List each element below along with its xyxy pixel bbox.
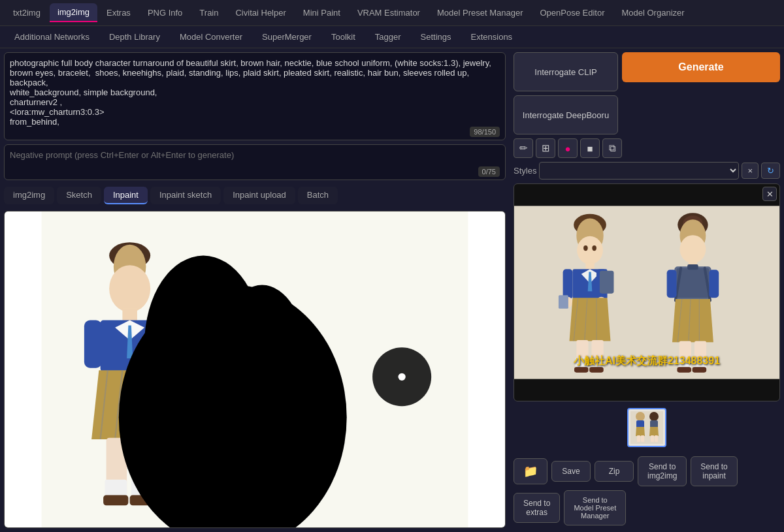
mode-tab-inpaint[interactable]: Inpaint [104, 187, 148, 204]
svg-rect-77 [637, 435, 640, 442]
send-img2img-btn[interactable]: Send to img2img [638, 456, 687, 486]
tab-txt2img[interactable]: txt2img [5, 4, 48, 22]
main-area: photographic full body character turnaro… [0, 48, 784, 532]
svg-marker-81 [649, 427, 659, 436]
svg-point-55 [680, 235, 706, 263]
positive-token-count: 98/150 [470, 127, 500, 137]
tab-civitai[interactable]: Civitai Helper [227, 4, 293, 22]
tab-png-info[interactable]: PNG Info [140, 4, 190, 22]
tab-settings[interactable]: Settings [412, 29, 461, 44]
svg-point-3 [109, 265, 150, 312]
interrogate-deepbooru-btn[interactable]: Interrogate DeepBooru [514, 95, 618, 134]
left-panel: photographic full body character turnaro… [0, 48, 510, 532]
top-button-row: Interrogate CLIP Interrogate DeepBooru G… [514, 52, 780, 134]
svg-rect-49 [589, 367, 604, 372]
mode-tab-inpaint-upload[interactable]: Inpaint upload [223, 187, 295, 204]
top-nav: txt2img img2img Extras PNG Info Train Ci… [0, 0, 784, 26]
svg-point-79 [649, 412, 659, 421]
tab-vram[interactable]: VRAM Estimator [350, 4, 428, 22]
output-image-area: ✕ [514, 183, 780, 401]
svg-rect-78 [641, 435, 644, 442]
interrogate-col: Interrogate CLIP Interrogate DeepBooru [514, 52, 618, 134]
svg-rect-60 [687, 264, 698, 270]
output-thumbnail[interactable] [627, 408, 666, 447]
generate-btn[interactable]: Generate [622, 52, 780, 82]
inpaint-canvas[interactable]: ↺ ⊡ ✕ ✒ [4, 211, 506, 528]
svg-rect-51 [559, 295, 568, 309]
negative-prompt-input[interactable] [5, 145, 505, 178]
svg-rect-71 [677, 367, 691, 372]
inpaint-svg [5, 211, 505, 527]
svg-point-25 [398, 373, 405, 381]
tab-supermerger[interactable]: SuperMerger [253, 29, 321, 44]
svg-marker-76 [636, 427, 645, 436]
positive-prompt-input[interactable]: photographic full body character turnaro… [5, 53, 505, 138]
right-panel: Interrogate CLIP Interrogate DeepBooru G… [510, 48, 784, 532]
layers-style-btn[interactable]: ⧉ [602, 138, 622, 158]
svg-rect-72 [693, 367, 707, 372]
svg-rect-50 [600, 271, 614, 294]
tab-img2img[interactable]: img2img [50, 3, 97, 22]
send-preset-btn[interactable]: Send to Model Preset Manager [564, 490, 626, 525]
send-extras-btn[interactable]: Send to extras [514, 493, 560, 523]
pencil-style-btn[interactable]: ✏ [514, 138, 533, 158]
svg-point-23 [218, 285, 306, 432]
tab-model-converter[interactable]: Model Converter [171, 29, 252, 44]
styles-label: Styles [514, 166, 536, 176]
svg-rect-48 [574, 367, 589, 372]
tab-tagger[interactable]: Tagger [366, 29, 410, 44]
mode-tab-inpaint-sketch[interactable]: Inpaint sketch [150, 187, 221, 204]
square-style-btn[interactable]: ■ [580, 138, 600, 158]
svg-rect-62 [709, 270, 719, 298]
dot-style-btn[interactable]: ● [558, 138, 578, 158]
tab-extras[interactable]: Extras [99, 4, 139, 22]
mode-tab-img2img[interactable]: img2img [4, 187, 54, 204]
svg-rect-4 [122, 309, 137, 322]
styles-select[interactable] [539, 162, 739, 180]
mode-tab-sketch[interactable]: Sketch [57, 187, 101, 204]
tab-toolkit[interactable]: Toolkit [322, 29, 365, 44]
negative-prompt-box: 0/75 [4, 144, 506, 180]
svg-rect-36 [563, 269, 573, 299]
tab-model-preset[interactable]: Model Preset Manager [429, 4, 531, 22]
styles-row: Styles × ↻ [514, 162, 780, 180]
svg-point-29 [577, 236, 603, 264]
close-output-btn[interactable]: ✕ [762, 187, 777, 201]
svg-rect-19 [103, 495, 128, 505]
svg-rect-47 [591, 357, 604, 368]
thumbnail-svg [630, 411, 663, 444]
svg-rect-46 [576, 357, 589, 368]
svg-rect-8 [84, 321, 102, 368]
negative-token-count: 0/75 [478, 166, 500, 177]
inpaint-scene [5, 211, 505, 527]
tab-extensions[interactable]: Extensions [462, 29, 522, 44]
tab-mini-paint[interactable]: Mini Paint [295, 4, 348, 22]
tab-model-org[interactable]: Model Organizer [613, 4, 692, 22]
open-folder-btn[interactable]: 📁 [514, 458, 547, 484]
svg-point-74 [636, 412, 645, 421]
tab-openpose[interactable]: OpenPose Editor [532, 4, 612, 22]
svg-rect-82 [651, 435, 654, 442]
svg-rect-83 [655, 435, 658, 442]
positive-prompt-box: photographic full body character turnaro… [4, 52, 506, 140]
svg-point-30 [583, 245, 588, 251]
mode-tab-batch[interactable]: Batch [298, 187, 338, 204]
output-svg [514, 184, 779, 401]
svg-point-31 [592, 245, 596, 251]
interrogate-clip-btn[interactable]: Interrogate CLIP [514, 52, 618, 91]
tab-depth-library[interactable]: Depth Library [100, 29, 169, 44]
save-btn[interactable]: Save [551, 461, 591, 482]
grid-style-btn[interactable]: ⊞ [536, 138, 555, 158]
style-icons-row: ✏ ⊞ ● ■ ⧉ [514, 138, 780, 158]
svg-rect-32 [585, 262, 594, 270]
styles-clear-btn[interactable]: × [742, 163, 759, 179]
svg-rect-61 [667, 270, 677, 298]
send-inpaint-btn[interactable]: Send to inpaint [691, 456, 737, 486]
zip-btn[interactable]: Zip [595, 461, 634, 482]
tab-train[interactable]: Train [191, 4, 226, 22]
styles-refresh-btn[interactable]: ↻ [761, 163, 780, 179]
action-buttons-row: 📁 Save Zip Send to img2img Send to inpai… [514, 454, 780, 528]
thumbnail-strip [514, 405, 780, 450]
second-nav: Additional Networks Depth Library Model … [0, 26, 784, 48]
tab-additional-networks[interactable]: Additional Networks [5, 29, 99, 44]
